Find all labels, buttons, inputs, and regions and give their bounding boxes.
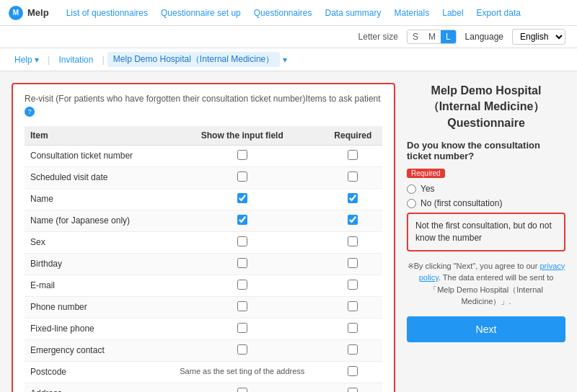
nav-materials[interactable]: Materials bbox=[389, 8, 436, 18]
show-cell bbox=[161, 318, 324, 339]
required-checkbox[interactable] bbox=[348, 236, 358, 246]
table-row: E-mail bbox=[25, 275, 382, 296]
app-logo: M Melp bbox=[9, 6, 49, 20]
item-label: Emergency contact bbox=[25, 339, 161, 361]
table-row: Sex bbox=[25, 231, 382, 253]
nav-list-questionnaires[interactable]: List of questionnaires bbox=[61, 8, 154, 18]
show-cell bbox=[161, 188, 324, 210]
table-row: Emergency contact bbox=[25, 339, 382, 361]
item-label: Address bbox=[25, 383, 161, 392]
show-checkbox[interactable] bbox=[237, 193, 247, 203]
show-checkbox[interactable] bbox=[237, 236, 247, 246]
item-label: Postcode bbox=[25, 361, 161, 383]
item-label: Name (for Japanese only) bbox=[25, 210, 161, 231]
item-label: Fixed-line phone bbox=[25, 318, 161, 339]
table-row: Name (for Japanese only) bbox=[25, 210, 382, 231]
required-checkbox[interactable] bbox=[348, 344, 358, 355]
letter-size-buttons: S M L bbox=[407, 30, 457, 44]
nav-questionnaire-setup[interactable]: Questionnaire set up bbox=[155, 8, 247, 18]
required-cell bbox=[324, 231, 382, 253]
nav-label[interactable]: Label bbox=[436, 8, 469, 18]
table-row: Scheduled visit date bbox=[25, 166, 382, 188]
logo-icon: M bbox=[9, 6, 23, 20]
panel-title: Re-visit (For patients who have forgotte… bbox=[25, 93, 382, 117]
table-row: Address bbox=[25, 383, 382, 392]
required-checkbox[interactable] bbox=[348, 323, 358, 333]
item-label: Sex bbox=[25, 231, 161, 253]
required-cell bbox=[324, 253, 382, 275]
show-checkbox[interactable] bbox=[237, 150, 247, 160]
col-item: Item bbox=[25, 126, 161, 146]
required-badge: Required bbox=[407, 169, 445, 178]
required-checkbox[interactable] bbox=[348, 193, 358, 203]
letter-size-s[interactable]: S bbox=[408, 30, 423, 43]
required-checkbox[interactable] bbox=[348, 280, 358, 290]
required-cell bbox=[324, 145, 382, 166]
letter-size-m[interactable]: M bbox=[423, 30, 441, 43]
subnav-invitation[interactable]: Invitation bbox=[53, 55, 99, 65]
show-cell bbox=[161, 231, 324, 253]
required-checkbox[interactable] bbox=[348, 366, 358, 376]
radio-yes[interactable] bbox=[407, 184, 416, 194]
required-cell bbox=[324, 166, 382, 188]
selected-option-box: Not the first consultation, but do not k… bbox=[407, 213, 565, 251]
item-label: Name bbox=[25, 188, 161, 210]
next-button[interactable]: Next bbox=[407, 316, 565, 342]
right-panel: Melp Demo Hospital（Internal Medicine） Qu… bbox=[407, 83, 565, 392]
table-row: Fixed-line phone bbox=[25, 318, 382, 339]
show-checkbox[interactable] bbox=[237, 323, 247, 333]
required-checkbox[interactable] bbox=[348, 258, 358, 268]
info-icon[interactable]: ? bbox=[25, 107, 35, 117]
show-checkbox[interactable] bbox=[237, 258, 247, 268]
subnav-hospital: Melp Demo Hospital（Internal Medicine） bbox=[107, 52, 280, 67]
top-nav: List of questionnaires Questionnaire set… bbox=[61, 8, 568, 18]
required-checkbox[interactable] bbox=[348, 172, 358, 182]
required-checkbox[interactable] bbox=[348, 215, 358, 225]
required-cell bbox=[324, 318, 382, 339]
required-cell bbox=[324, 275, 382, 296]
show-cell bbox=[161, 275, 324, 296]
radio-no[interactable] bbox=[407, 199, 416, 208]
language-select[interactable]: English 日本語 bbox=[512, 29, 565, 45]
item-label: Consultation ticket number bbox=[25, 145, 161, 166]
show-cell bbox=[161, 383, 324, 392]
nav-data-summary[interactable]: Data summary bbox=[320, 8, 387, 18]
required-cell bbox=[324, 361, 382, 383]
subnav-more[interactable]: ▾ bbox=[283, 55, 287, 65]
show-checkbox[interactable] bbox=[237, 280, 247, 290]
language-label: Language bbox=[465, 32, 503, 42]
required-cell bbox=[324, 339, 382, 361]
nav-questionnaires[interactable]: Questionnaires bbox=[248, 8, 318, 18]
same-as-label: Same as the set ting of the address bbox=[167, 367, 318, 375]
required-checkbox[interactable] bbox=[348, 301, 358, 311]
table-row: Phone number bbox=[25, 296, 382, 318]
required-cell bbox=[324, 188, 382, 210]
option-yes[interactable]: Yes bbox=[407, 184, 565, 194]
required-checkbox[interactable] bbox=[348, 150, 358, 160]
questionnaire-title: Melp Demo Hospital（Internal Medicine） Qu… bbox=[407, 83, 565, 131]
table-row: Birthday bbox=[25, 253, 382, 275]
item-label: Birthday bbox=[25, 253, 161, 275]
letter-size-label: Letter size bbox=[358, 32, 398, 42]
nav-export-data[interactable]: Export data bbox=[471, 8, 527, 18]
item-label: E-mail bbox=[25, 275, 161, 296]
required-cell bbox=[324, 296, 382, 318]
app-name: Melp bbox=[27, 7, 49, 18]
show-checkbox[interactable] bbox=[237, 388, 247, 392]
subnav-divider1: | bbox=[48, 54, 50, 65]
required-checkbox[interactable] bbox=[348, 388, 358, 392]
show-checkbox[interactable] bbox=[237, 215, 247, 225]
show-checkbox[interactable] bbox=[237, 301, 247, 311]
show-checkbox[interactable] bbox=[237, 172, 247, 182]
show-cell bbox=[161, 339, 324, 361]
show-cell bbox=[161, 166, 324, 188]
letter-size-l[interactable]: L bbox=[441, 30, 456, 43]
question-block: Do you know the consultation ticket numb… bbox=[407, 140, 565, 251]
left-panel: Re-visit (For patients who have forgotte… bbox=[12, 83, 395, 392]
table-row: Name bbox=[25, 188, 382, 210]
privacy-note: ※By clicking "Next", you agree to our pr… bbox=[407, 260, 565, 308]
option-no[interactable]: No (first consultation) bbox=[407, 198, 565, 208]
required-cell bbox=[324, 383, 382, 392]
show-checkbox[interactable] bbox=[237, 344, 247, 355]
subnav-help[interactable]: Help ▾ bbox=[9, 55, 45, 65]
